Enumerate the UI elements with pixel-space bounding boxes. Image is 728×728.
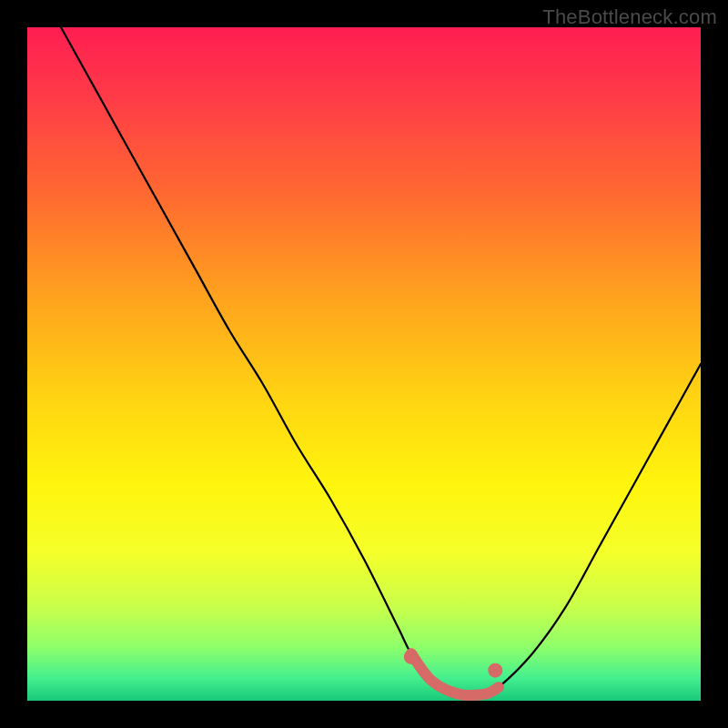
gradient-background xyxy=(27,27,701,701)
watermark-text: TheBottleneck.com xyxy=(542,5,717,29)
marker-dot xyxy=(404,650,419,664)
plot-svg xyxy=(27,27,701,701)
bottleneck-plot xyxy=(27,27,701,701)
chart-frame: TheBottleneck.com xyxy=(0,0,728,728)
marker-dot xyxy=(488,663,502,678)
